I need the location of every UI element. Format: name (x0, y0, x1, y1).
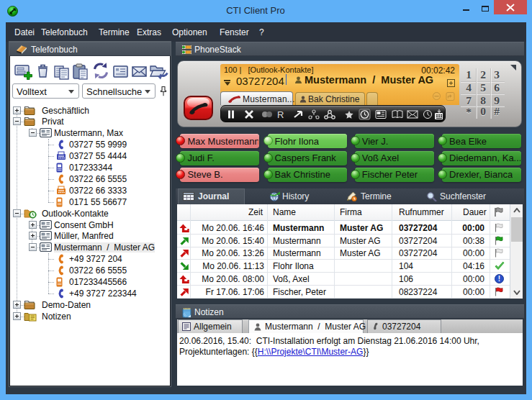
svg-text:!: ! (498, 275, 500, 283)
svg-text:R: R (277, 109, 284, 120)
